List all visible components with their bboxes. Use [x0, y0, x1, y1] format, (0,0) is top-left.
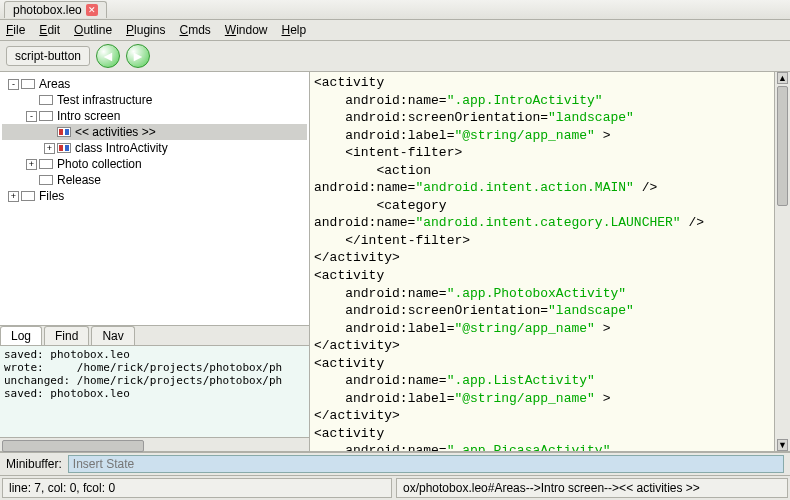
node-icon: [21, 191, 35, 201]
outline-tree[interactable]: -AreasTest infrastructure-Intro screen<<…: [0, 72, 309, 325]
node-icon: [57, 143, 71, 153]
tree-row[interactable]: +Photo collection: [2, 156, 307, 172]
tab-find[interactable]: Find: [44, 326, 89, 345]
log-body[interactable]: saved: photobox.leo wrote: /home/rick/pr…: [0, 345, 309, 437]
menu-plugins[interactable]: Plugins: [126, 23, 165, 37]
tab-nav[interactable]: Nav: [91, 326, 134, 345]
main-area: -AreasTest infrastructure-Intro screen<<…: [0, 72, 790, 452]
expand-icon[interactable]: +: [8, 191, 19, 202]
script-button[interactable]: script-button: [6, 46, 90, 66]
editor-scrollbar-v[interactable]: ▲ ▼: [774, 72, 790, 451]
statusbar: line: 7, col: 0, fcol: 0 ox/photobox.leo…: [0, 475, 790, 500]
tree-label: Release: [57, 173, 101, 187]
log-scrollbar-h[interactable]: [0, 437, 309, 451]
status-path: ox/photobox.leo#Areas-->Intro screen--><…: [396, 478, 788, 498]
window-tab[interactable]: photobox.leo ✕: [4, 1, 107, 18]
node-icon: [39, 175, 53, 185]
minibuffer: Minibuffer: Insert State: [0, 452, 790, 475]
tree-row[interactable]: +Files: [2, 188, 307, 204]
node-icon: [39, 159, 53, 169]
menubar: File Edit Outline Plugins Cmds Window He…: [0, 20, 790, 41]
left-pane: -AreasTest infrastructure-Intro screen<<…: [0, 72, 310, 451]
titlebar: photobox.leo ✕: [0, 0, 790, 20]
collapse-icon[interactable]: -: [26, 111, 37, 122]
editor-pane: <activity android:name=".app.IntroActivi…: [310, 72, 790, 451]
tree-row[interactable]: Release: [2, 172, 307, 188]
tab-log[interactable]: Log: [0, 326, 42, 345]
tree-row[interactable]: << activities >>: [2, 124, 307, 140]
tree-label: Photo collection: [57, 157, 142, 171]
menu-window[interactable]: Window: [225, 23, 268, 37]
tree-row[interactable]: -Areas: [2, 76, 307, 92]
menu-outline[interactable]: Outline: [74, 23, 112, 37]
scroll-thumb[interactable]: [777, 86, 788, 206]
minibuffer-field[interactable]: Insert State: [68, 455, 784, 473]
minibuffer-label: Minibuffer:: [6, 457, 62, 471]
nav-back-icon[interactable]: ◄: [96, 44, 120, 68]
tree-label: << activities >>: [75, 125, 156, 139]
close-icon[interactable]: ✕: [86, 4, 98, 16]
collapse-icon[interactable]: -: [8, 79, 19, 90]
window-title: photobox.leo: [13, 3, 82, 17]
tree-label: Intro screen: [57, 109, 120, 123]
tree-row[interactable]: Test infrastructure: [2, 92, 307, 108]
menu-help[interactable]: Help: [282, 23, 307, 37]
tree-label: Files: [39, 189, 64, 203]
menu-cmds[interactable]: Cmds: [179, 23, 210, 37]
scroll-up-icon[interactable]: ▲: [777, 72, 788, 84]
toolbar: script-button ◄ ►: [0, 41, 790, 72]
menu-file[interactable]: File: [6, 23, 25, 37]
node-icon: [39, 95, 53, 105]
tree-label: Test infrastructure: [57, 93, 152, 107]
tree-row[interactable]: -Intro screen: [2, 108, 307, 124]
tree-row[interactable]: +class IntroActivity: [2, 140, 307, 156]
log-tabs: Log Find Nav: [0, 325, 309, 345]
expand-icon[interactable]: +: [44, 143, 55, 154]
tree-label: class IntroActivity: [75, 141, 168, 155]
node-icon: [39, 111, 53, 121]
expand-icon[interactable]: +: [26, 159, 37, 170]
node-icon: [57, 127, 71, 137]
scroll-down-icon[interactable]: ▼: [777, 439, 788, 451]
node-icon: [21, 79, 35, 89]
code-editor[interactable]: <activity android:name=".app.IntroActivi…: [310, 72, 774, 451]
menu-edit[interactable]: Edit: [39, 23, 60, 37]
nav-forward-icon[interactable]: ►: [126, 44, 150, 68]
status-position: line: 7, col: 0, fcol: 0: [2, 478, 392, 498]
tree-label: Areas: [39, 77, 70, 91]
